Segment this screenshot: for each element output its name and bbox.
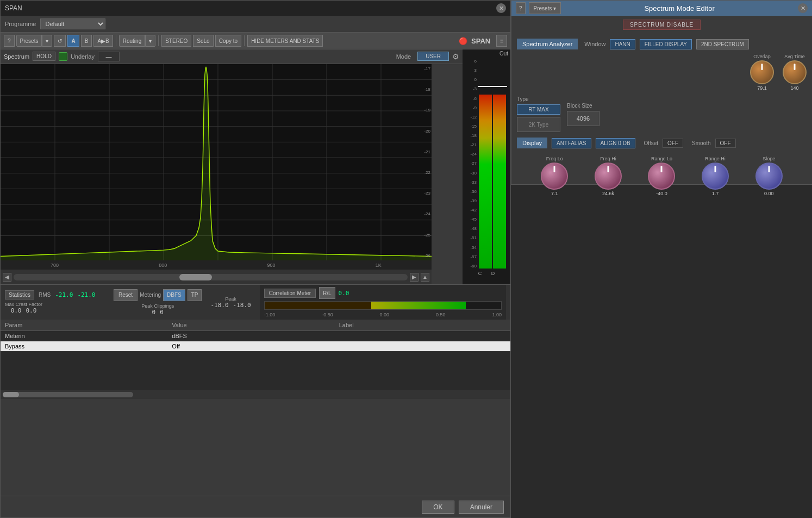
spectrum-canvas: -17-18-19-20-21-22-23-24-25-26: [1, 64, 432, 260]
rtmax-button[interactable]: RT MAX: [517, 104, 560, 115]
spectrum-toolbar: Spectrum HOLD Underlay — Mode USER ⚙: [1, 49, 463, 64]
smooth-off-button[interactable]: OFF: [715, 139, 736, 148]
sme-type-row: Type RT MAX 2K Type Block Size 4096: [517, 96, 807, 132]
overlap-label: Overlap: [753, 54, 771, 59]
help-button[interactable]: ?: [4, 35, 15, 47]
underlay-display[interactable]: —: [98, 52, 120, 61]
tp-button[interactable]: TP: [188, 289, 202, 301]
refresh-button[interactable]: ↺: [54, 35, 66, 47]
params-scroll-track[interactable]: [3, 392, 133, 397]
overlap-knob[interactable]: [750, 60, 774, 84]
freq-lo-label: Freq Lo: [546, 156, 563, 161]
stereo-button[interactable]: STEREO: [161, 35, 191, 47]
hold-led: [59, 52, 67, 61]
user-mode-button[interactable]: USER: [417, 52, 449, 61]
rms-l-value: -21.0: [55, 291, 73, 298]
align-0db-button[interactable]: ALIGN 0 DB: [596, 138, 635, 148]
vu-meter-column: Out 630-3-6-9-12-15-18-21-24-27-30-33-36…: [463, 49, 510, 284]
presets-arrow-button[interactable]: ▾: [42, 35, 52, 47]
vu-bars-container: [478, 58, 507, 270]
slope-knob[interactable]: [755, 163, 783, 190]
correlation-meter-tab[interactable]: Correlation Meter: [264, 289, 316, 298]
max-crest-l: 0.0: [11, 307, 22, 314]
statistics-tab[interactable]: Statistics: [5, 290, 34, 299]
programme-select[interactable]: Default: [40, 18, 105, 29]
sme-close-button[interactable]: ✕: [798, 3, 808, 13]
block-size-display[interactable]: 4096: [567, 111, 599, 126]
table-row[interactable]: Meterin dBFS: [1, 331, 510, 341]
b-button[interactable]: B: [81, 35, 92, 47]
range-hi-knob-group: Range Hi 1.7: [702, 156, 729, 196]
hann-button[interactable]: HANN: [610, 39, 635, 49]
scroll-track[interactable]: [14, 274, 408, 280]
freq-lo-knob[interactable]: [541, 163, 568, 190]
blocksize-group: Block Size 4096: [567, 103, 599, 126]
spectrum-panel: Spectrum HOLD Underlay — Mode USER ⚙: [1, 49, 463, 284]
rl-button[interactable]: R/L: [319, 287, 335, 299]
row-meterin-label: [339, 333, 506, 339]
span-window: SPAN ✕ Programme Default ? Presets ▾ ↺ A…: [0, 0, 511, 518]
routing-arrow-button[interactable]: ▾: [145, 35, 155, 47]
correlation-bar-container: [264, 301, 502, 310]
menu-button[interactable]: ≡: [496, 35, 507, 47]
presets-button[interactable]: Presets: [16, 35, 42, 47]
type-display: 2K Type: [517, 117, 560, 132]
copyto-button[interactable]: Copy to: [215, 35, 241, 47]
gear-icon[interactable]: ⚙: [452, 52, 459, 61]
routing-button[interactable]: Routing: [119, 35, 145, 47]
vu-channel-bars: [478, 58, 507, 270]
avgtime-knob[interactable]: [783, 60, 807, 84]
overlap-value: 79.1: [757, 85, 767, 91]
vu-scale: 630-3-6-9-12-15-18-21-24-27-30-33-36-39-…: [466, 58, 478, 270]
mode-label: Mode: [396, 53, 411, 60]
solo-button[interactable]: SoLo: [193, 35, 213, 47]
row-bypass-value: Off: [172, 343, 339, 350]
row-meterin-value: dBFS: [172, 333, 339, 339]
sme-help-button[interactable]: ?: [516, 2, 526, 14]
ok-button[interactable]: OK: [422, 501, 454, 514]
d-label: D: [491, 271, 495, 276]
peak-clippings-label: Peak Clippings: [141, 303, 174, 309]
table-row-selected[interactable]: Bypass Off: [1, 341, 510, 352]
range-hi-knob[interactable]: [702, 163, 729, 190]
spectrum-label: Spectrum: [4, 53, 29, 60]
cancel-button[interactable]: Annuler: [459, 501, 504, 514]
blocksize-label: Block Size: [567, 103, 599, 109]
filled-display-button[interactable]: FILLED DISPLAY: [640, 39, 692, 49]
hide-meters-button[interactable]: HIDE METERS AND STATS: [247, 35, 323, 47]
sme-title-text: Spectrum Mode Editor: [644, 4, 714, 13]
peak-label: Peak: [225, 296, 236, 302]
vu-bar-left: [479, 95, 492, 269]
dbfs-button[interactable]: DBFS: [163, 289, 185, 301]
scroll-left-button[interactable]: ◀: [3, 273, 11, 282]
sme-title-bar: ? Presets ▾ Spectrum Mode Editor ✕: [511, 1, 812, 16]
params-scroll-thumb[interactable]: [3, 392, 19, 397]
freq-hi-knob[interactable]: [595, 163, 622, 190]
anti-alias-button[interactable]: ANTI-ALIAS: [552, 138, 591, 148]
scroll-right-button[interactable]: ▶: [410, 273, 419, 282]
sme-presets-button[interactable]: Presets ▾: [529, 2, 561, 14]
freq-label-1k: 1K: [376, 263, 382, 268]
corr-label-0: 0.00: [380, 312, 390, 317]
programme-label: Programme: [5, 21, 36, 27]
spectrum-disable-button[interactable]: SPECTRUM DISABLE: [623, 20, 701, 30]
offset-off-button[interactable]: OFF: [663, 139, 683, 148]
params-header: Param Value Label: [1, 320, 510, 331]
col-value-header: Value: [172, 322, 339, 328]
freq-hi-value: 24.6k: [602, 191, 614, 196]
avgtime-knob-group: Avg Time 140: [783, 54, 807, 91]
reset-button[interactable]: Reset: [114, 289, 138, 301]
close-button[interactable]: ✕: [496, 3, 506, 13]
row-bypass-label: [339, 343, 506, 350]
correlation-right-fill: [371, 302, 466, 309]
a-button[interactable]: A: [67, 35, 79, 47]
scroll-thumb[interactable]: [179, 274, 212, 280]
scroll-up-button[interactable]: ▲: [421, 273, 429, 282]
sme-body: Spectrum Analyzer Window HANN FILLED DIS…: [511, 33, 812, 204]
hold-button[interactable]: HOLD: [33, 52, 55, 61]
metering-controls: Reset Metering DBFS TP: [114, 289, 202, 301]
separator-1: [116, 35, 116, 46]
2nd-spectrum-button[interactable]: 2ND SPECTRUM: [696, 39, 749, 49]
range-lo-knob[interactable]: [648, 163, 675, 190]
ab-button[interactable]: A▶B: [93, 35, 113, 47]
